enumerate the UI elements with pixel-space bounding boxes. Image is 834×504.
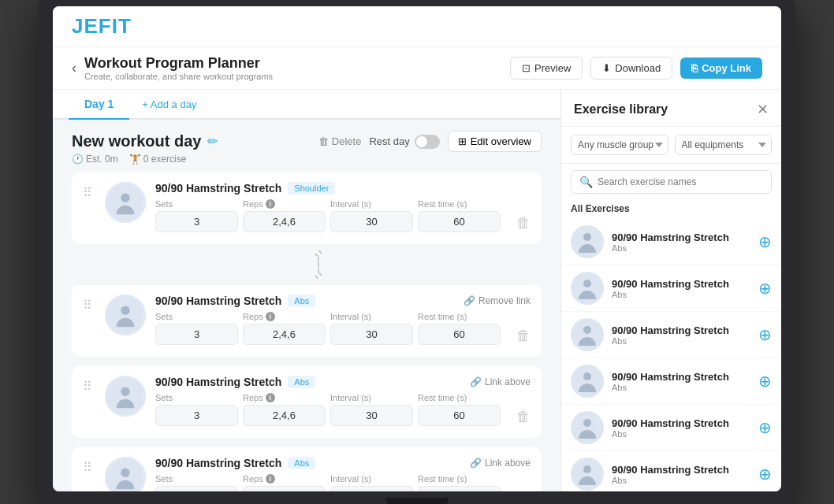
exercise-params: Sets 3 Reps i 2,4,6 [155, 199, 531, 235]
reps-value[interactable]: 2,4,6 [243, 324, 326, 345]
interval-value[interactable]: 30 [330, 211, 413, 232]
back-button[interactable]: ‹ [72, 60, 76, 76]
svg-point-4 [583, 233, 591, 241]
list-item[interactable]: 90/90 Hamstring Stretch Abs ⊕ [561, 451, 781, 491]
library-title: Exercise library [574, 102, 668, 117]
tab-day1[interactable]: Day 1 [69, 90, 129, 120]
lib-info: 90/90 Hamstring Stretch Abs [612, 324, 750, 346]
rest-value[interactable]: 60 [418, 486, 501, 491]
delete-exercise-icon[interactable]: 🗑 [516, 328, 531, 347]
exercise-content: 90/90 Hamstring Stretch Abs 🔗 Link above [155, 376, 531, 428]
link-icon: ⎘ [691, 62, 698, 74]
list-item[interactable]: 90/90 Hamstring Stretch Abs ⊕ [561, 265, 781, 312]
sets-value[interactable]: 3 [155, 211, 238, 232]
drag-handle[interactable]: ⠿ [83, 379, 95, 394]
exercise-library: Exercise library ✕ Any muscle group All … [560, 90, 781, 491]
download-icon: ⬇ [602, 62, 611, 74]
equipment-filter[interactable]: All equipments [675, 135, 773, 155]
exercise-image [105, 295, 146, 335]
search-input[interactable] [598, 176, 763, 187]
link-icon: 🔗 [464, 295, 475, 306]
reps-value[interactable]: 2,4,6 [243, 211, 326, 232]
overview-icon: ⊞ [458, 135, 467, 147]
exercise-params: Sets 3 Reps i 2,4,6 [155, 393, 531, 428]
add-exercise-button[interactable]: ⊕ [758, 466, 772, 482]
main-content: Day 1 + Add a day New workout day ✏ [53, 90, 560, 491]
add-exercise-button[interactable]: ⊕ [758, 280, 772, 296]
interval-value[interactable]: 30 [330, 486, 413, 491]
link-icon: 🔗 [470, 458, 482, 469]
close-library-button[interactable]: ✕ [757, 101, 769, 118]
rest-value[interactable]: 60 [418, 211, 501, 232]
sets-value[interactable]: 3 [155, 324, 238, 345]
lib-info: 90/90 Hamstring Stretch Abs [612, 232, 750, 253]
link-above-button[interactable]: 🔗 Link above [470, 458, 531, 469]
table-row: ⠿ 90/90 [72, 172, 542, 244]
copy-link-button[interactable]: ⎘ Copy Link [680, 57, 762, 79]
rest-label: Rest time (s) [418, 199, 501, 209]
rest-value[interactable]: 60 [418, 405, 501, 426]
add-day-button[interactable]: + Add a day [129, 91, 209, 118]
header-actions: ⊡ Preview ⬇ Download ⎘ Copy Link [510, 57, 762, 80]
link-above-button[interactable]: 🔗 Link above [470, 376, 531, 387]
muscle-group-filter[interactable]: Any muscle group [571, 135, 668, 155]
exercise-params: Sets 3 Reps i 2,4,6 [155, 312, 531, 347]
edit-overview-button[interactable]: ⊞ Edit overview [448, 131, 542, 152]
drag-handle[interactable]: ⠿ [83, 185, 95, 200]
interval-value[interactable]: 30 [330, 405, 413, 426]
reps-info-icon: i [266, 199, 275, 209]
edit-title-icon[interactable]: ✏ [207, 134, 218, 149]
page-title: Workout Program Planner [84, 55, 273, 72]
search-box: 🔍 [571, 170, 772, 194]
top-bar: JEFIT [53, 6, 781, 47]
add-exercise-button[interactable]: ⊕ [758, 373, 772, 389]
drag-handle[interactable]: ⠿ [83, 298, 95, 313]
drag-handle[interactable]: ⠿ [83, 460, 95, 475]
workout-day-title: New workout day [72, 132, 201, 150]
lib-exercise-image [571, 411, 604, 444]
rest-value[interactable]: 60 [418, 324, 501, 345]
workout-day-section: New workout day ✏ 🗑 Delete Rest day [53, 120, 560, 491]
library-header: Exercise library ✕ [561, 90, 781, 127]
reps-label: Reps i [243, 199, 326, 209]
list-item[interactable]: 90/90 Hamstring Stretch Abs ⊕ [561, 312, 781, 358]
exercise-image [105, 376, 146, 417]
rest-day-switch[interactable] [415, 135, 440, 149]
svg-point-0 [121, 194, 129, 202]
day-tabs: Day 1 + Add a day [53, 90, 560, 120]
day-actions: 🗑 Delete Rest day ⊞ Edit overview [318, 131, 542, 152]
exercise-image [105, 457, 146, 491]
table-row: ⠿ 90/90 [72, 285, 542, 357]
table-row: ⠿ 90/90 [72, 366, 542, 438]
remove-link-button[interactable]: 🔗 Remove link [464, 295, 531, 306]
list-item[interactable]: 90/90 Hamstring Stretch Abs ⊕ [561, 358, 781, 405]
delete-exercise-icon[interactable]: 🗑 [516, 215, 531, 235]
add-exercise-button[interactable]: ⊕ [758, 420, 772, 435]
exercise-params: Sets 3 Reps i 2,4,6 [155, 474, 531, 491]
delete-button[interactable]: 🗑 Delete [318, 135, 362, 147]
delete-exercise-icon[interactable]: 🗑 [516, 409, 531, 428]
exercise-image [105, 182, 146, 223]
sets-value[interactable]: 3 [155, 405, 238, 426]
add-exercise-button[interactable]: ⊕ [758, 327, 772, 343]
dumbbell-icon: 🏋 [129, 154, 141, 165]
reps-info-icon: i [266, 312, 275, 321]
exercise-tag: Abs [288, 376, 315, 388]
list-item[interactable]: 90/90 Hamstring Stretch Abs ⊕ [561, 405, 781, 451]
interval-value[interactable]: 30 [330, 324, 413, 345]
preview-button[interactable]: ⊡ Preview [510, 57, 583, 80]
exercise-tag: Abs [288, 295, 315, 307]
exercise-content: 90/90 Hamstring Stretch Abs 🔗 Link above [155, 457, 531, 491]
library-section-title: All Exercises [561, 200, 781, 219]
exercise-content: 90/90 Hamstring Stretch Shoulder Sets 3 [155, 182, 531, 235]
svg-point-3 [121, 469, 129, 477]
lib-info: 90/90 Hamstring Stretch Abs [612, 464, 750, 485]
list-item[interactable]: 90/90 Hamstring Stretch Abs ⊕ [561, 219, 781, 265]
add-exercise-button[interactable]: ⊕ [758, 234, 772, 250]
sets-value[interactable]: 3 [155, 486, 238, 491]
download-button[interactable]: ⬇ Download [590, 57, 672, 80]
reps-value[interactable]: 2,4,6 [243, 405, 326, 426]
delete-exercise-icon[interactable]: 🗑 [516, 490, 531, 491]
reps-value[interactable]: 2,4,6 [243, 486, 326, 491]
svg-point-8 [583, 419, 591, 427]
